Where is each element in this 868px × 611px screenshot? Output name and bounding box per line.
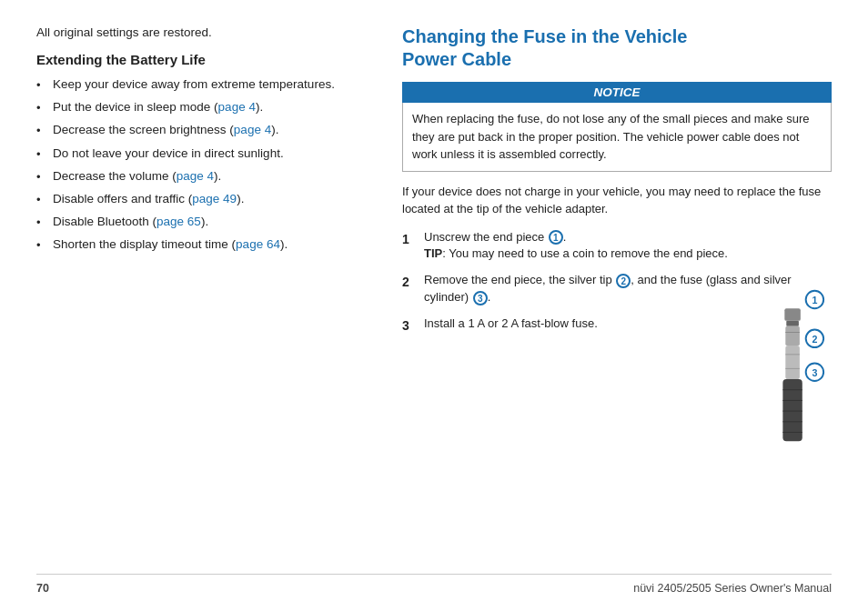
left-column: All original settings are restored. Exte… (36, 25, 373, 574)
bullet-text: Decrease the screen brightness (page 4). (53, 122, 278, 139)
battery-bullet-list: • Keep your device away from extreme tem… (36, 76, 373, 260)
step-2-main: Remove the end piece, the silver tip 2, … (424, 273, 792, 304)
cable-svg: 1 2 3 (759, 284, 832, 447)
bullet-text: Disable offers and traffic (page 49). (53, 191, 244, 208)
bullet-dot: • (36, 192, 49, 208)
circle-2a: 2 (616, 274, 631, 288)
list-item: • Decrease the volume (page 4). (36, 168, 373, 185)
step-1-content: Unscrew the end piece 1. TIP: You may ne… (424, 229, 832, 264)
title-line2: Power Cable (402, 49, 511, 69)
svg-rect-2 (784, 308, 801, 321)
bullet-text: Do not leave your device in direct sunli… (53, 145, 284, 163)
circle-1: 1 (549, 230, 563, 245)
bullet-dot: • (36, 215, 49, 231)
page49-link[interactable]: page 49 (192, 192, 237, 205)
bullet-dot: • (36, 123, 49, 139)
bullet-text: Put the device in sleep mode (page 4). (53, 99, 263, 116)
svg-rect-6 (785, 326, 800, 345)
footer-page-num: 70 (36, 582, 49, 595)
intro-text: If your device does not charge in your v… (402, 183, 832, 218)
bullet-dot: • (36, 100, 49, 116)
bullet-text: Disable Bluetooth (page 65). (53, 214, 208, 231)
bullet-dot: • (36, 169, 49, 185)
footer-manual-title: nüvi 2405/2505 Series Owner's Manual (633, 582, 832, 595)
list-item: • Disable Bluetooth (page 65). (36, 214, 373, 231)
tip-text: : You may need to use a coin to remove t… (442, 246, 728, 260)
svg-text:2: 2 (812, 334, 817, 345)
page: All original settings are restored. Exte… (0, 0, 868, 611)
bullet-dot: • (36, 146, 49, 163)
content-area: All original settings are restored. Exte… (36, 25, 832, 574)
tip-label: TIP (424, 246, 442, 260)
list-item: • Do not leave your device in direct sun… (36, 145, 373, 163)
list-item: • Decrease the screen brightness (page 4… (36, 122, 373, 139)
step-1: 1 Unscrew the end piece 1. TIP: You may … (402, 229, 832, 264)
svg-text:3: 3 (812, 367, 817, 378)
step-3-main: Install a 1 A or 2 A fast-blow fuse. (424, 316, 598, 330)
page4-link-2[interactable]: page 4 (234, 123, 271, 136)
step-2-num: 2 (402, 273, 419, 291)
bullet-dot: • (36, 77, 49, 94)
circle-2b: 3 (473, 291, 488, 306)
steps-area: 1 Unscrew the end piece 1. TIP: You may … (402, 229, 832, 345)
list-item: • Keep your device away from extreme tem… (36, 76, 373, 94)
svg-rect-10 (785, 346, 800, 379)
right-title: Changing the Fuse in the Vehicle Power C… (402, 25, 832, 71)
step-1-main: Unscrew the end piece 1. (424, 230, 566, 244)
bullet-text: Keep your device away from extreme tempe… (53, 76, 335, 94)
notice-text: When replacing the fuse, do not lose any… (412, 112, 809, 161)
restored-text: All original settings are restored. (36, 25, 373, 39)
cable-diagram: 1 2 3 (759, 284, 832, 447)
notice-banner: NOTICE (402, 82, 832, 103)
notice-content: When replacing the fuse, do not lose any… (402, 103, 832, 172)
page4-link-3[interactable]: page 4 (177, 169, 214, 183)
right-column: Changing the Fuse in the Vehicle Power C… (402, 25, 832, 574)
list-item: • Disable offers and traffic (page 49). (36, 191, 373, 208)
step-3-num: 3 (402, 316, 419, 335)
bullet-dot: • (36, 237, 49, 254)
battery-heading: Extending the Battery Life (36, 52, 373, 67)
svg-text:1: 1 (812, 295, 817, 306)
list-item: • Put the device in sleep mode (page 4). (36, 99, 373, 116)
bullet-text: Decrease the volume (page 4). (53, 168, 221, 185)
page64-link[interactable]: page 64 (236, 237, 280, 251)
svg-rect-3 (786, 320, 799, 326)
step-1-num: 1 (402, 230, 419, 248)
footer: 70 nüvi 2405/2505 Series Owner's Manual (36, 574, 832, 595)
title-line1: Changing the Fuse in the Vehicle (402, 26, 687, 46)
bullet-text: Shorten the display timeout time (page 6… (53, 236, 288, 254)
page4-link-1[interactable]: page 4 (218, 100, 256, 114)
list-item: • Shorten the display timeout time (page… (36, 236, 373, 254)
page65-link[interactable]: page 65 (156, 215, 201, 228)
notice-label: NOTICE (593, 85, 640, 99)
